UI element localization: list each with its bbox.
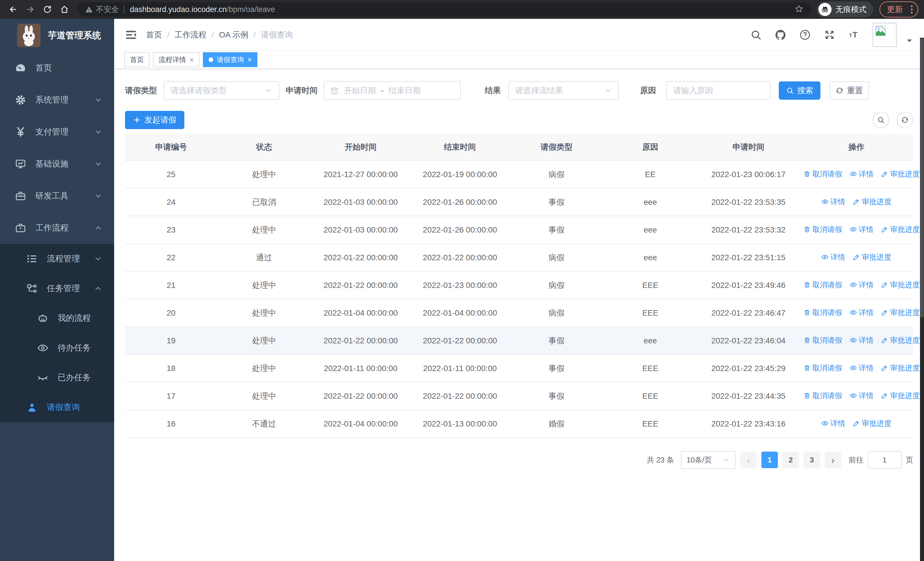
app-logo[interactable]: 芋道管理系统 [0,19,114,52]
page-button-3[interactable]: 3 [804,451,820,468]
detail-action-link[interactable]: 详情 [821,252,845,262]
tab-流程详情[interactable]: 流程详情× [153,52,200,67]
goto-page-input[interactable] [867,451,902,469]
sidebar-item-系统管理[interactable]: 系统管理 [0,84,114,116]
progress-action-link[interactable]: 审批进度 [881,363,920,373]
sidebar-item-已办任务[interactable]: 已办任务 [0,363,114,393]
leave-type-select[interactable]: 请选择请假类型 [164,81,279,100]
user-avatar[interactable] [873,23,897,47]
sidebar-item-请假查询[interactable]: 请假查询 [0,393,114,422]
avatar-dropdown-caret-icon[interactable] [905,36,914,45]
not-secure-label[interactable]: 不安全 [96,4,119,15]
tab-label: 首页 [130,55,144,64]
cancel-action-link[interactable]: 取消请假 [803,363,842,373]
progress-action-link[interactable]: 审批进度 [853,197,891,207]
prev-page-button[interactable]: ‹ [740,451,757,468]
github-button[interactable] [774,29,786,41]
apply-time-range-picker[interactable]: 开始日期 - 结束日期 [324,81,461,100]
toggle-search-button[interactable] [873,112,889,128]
progress-action-link[interactable]: 审批进度 [881,224,920,235]
sidebar-item-流程管理[interactable]: 流程管理 [0,244,114,274]
sidebar-item-工作流程[interactable]: 工作流程 [0,212,114,244]
progress-action-link[interactable]: 审批进度 [881,169,920,179]
sidebar-item-支付管理[interactable]: 支付管理 [0,116,114,148]
browser-reload-button[interactable] [40,2,55,17]
tab-首页[interactable]: 首页 [124,52,150,67]
sidebar-item-任务管理[interactable]: 任务管理 [0,274,114,303]
robot-icon [37,313,48,324]
scrollbar-thumb[interactable] [920,38,924,317]
next-page-button[interactable]: › [825,451,841,468]
cell-apply: 2022-01-22 23:46:47 [697,299,800,327]
browser-back-button[interactable] [6,2,21,17]
breadcrumb-item[interactable]: 工作流程 [175,29,207,40]
breadcrumb-item[interactable]: OA 示例 [219,29,249,40]
sidebar-item-研发工具[interactable]: 研发工具 [0,180,114,212]
page-size-select[interactable]: 10条/页 [681,451,736,469]
close-icon[interactable]: × [248,56,252,63]
font-size-button[interactable]: TT [848,29,860,41]
detail-action-link[interactable]: 详情 [821,197,845,207]
cancel-action-link[interactable]: 取消请假 [803,335,842,345]
close-icon[interactable]: × [189,56,194,63]
reset-button[interactable]: 重置 [830,81,869,100]
chevron-down-icon [604,87,612,95]
update-label[interactable]: 更新 [887,4,903,15]
progress-action-link[interactable]: 审批进度 [881,391,920,401]
gear-icon [15,94,26,106]
progress-action-link[interactable]: 审批进度 [881,280,920,290]
browser-update-button[interactable]: 更新 [879,2,918,17]
address-bar[interactable]: 不安全 dashboard.yudao.iocoder.cn /bpm/oa/l… [78,2,811,17]
detail-action-link[interactable]: 详情 [849,391,873,401]
progress-action-link[interactable]: 审批进度 [853,252,891,262]
progress-action-link[interactable]: 审批进度 [881,335,920,345]
detail-action-link[interactable]: 详情 [849,280,873,290]
progress-action-link[interactable]: 审批进度 [853,418,891,429]
action-label: 取消请假 [812,169,842,179]
action-label: 审批进度 [890,224,920,235]
cell-actions: 取消请假详情审批进度 [800,327,913,355]
page-scrollbar[interactable] [920,38,924,561]
search-icon [877,116,885,124]
progress-action-link[interactable]: 审批进度 [881,308,920,317]
sidebar-item-待办任务[interactable]: 待办任务 [0,333,114,363]
cancel-action-link[interactable]: 取消请假 [803,280,842,290]
refresh-table-button[interactable] [897,112,913,128]
search-button[interactable]: 搜索 [779,81,820,100]
detail-action-link[interactable]: 详情 [849,335,873,345]
browser-home-button[interactable] [57,2,72,17]
sidebar-item-首页[interactable]: 首页 [0,52,114,84]
result-select[interactable]: 请选择流结果 [508,81,619,100]
page-button-2[interactable]: 2 [783,451,799,468]
collapse-sidebar-button[interactable] [124,28,138,41]
sidebar-item-我的流程[interactable]: 我的流程 [0,303,114,333]
chevron-down-icon [94,127,103,137]
cancel-action-link[interactable]: 取消请假 [803,169,842,179]
detail-action-link[interactable]: 详情 [849,308,873,317]
header-search-button[interactable] [750,29,762,41]
refresh-icon [836,87,843,95]
detail-action-link[interactable]: 详情 [849,363,873,373]
page-button-1[interactable]: 1 [761,451,778,468]
detail-action-link[interactable]: 详情 [849,224,873,235]
bookmark-star-icon[interactable] [795,4,804,15]
sidebar-item-label: 我的流程 [58,313,91,324]
help-button[interactable] [799,29,811,41]
tab-label: 流程详情 [159,55,186,64]
chevron-down-icon [94,254,103,263]
browser-forward-button[interactable] [23,2,38,17]
cell-type: 病假 [510,271,603,299]
breadcrumb-item[interactable]: 首页 [146,29,162,40]
tab-请假查询[interactable]: 请假查询× [203,52,257,67]
sidebar-item-基础设施[interactable]: 基础设施 [0,148,114,180]
reason-input[interactable]: 请输入原因 [666,81,771,100]
cell-status: 处理中 [217,299,311,327]
cancel-action-link[interactable]: 取消请假 [803,308,842,317]
cancel-action-link[interactable]: 取消请假 [803,224,842,235]
detail-action-link[interactable]: 详情 [849,169,873,179]
create-leave-button[interactable]: 发起请假 [125,111,184,129]
detail-action-link[interactable]: 详情 [821,418,845,429]
cancel-action-link[interactable]: 取消请假 [803,391,842,401]
browser-menu-icon[interactable] [909,5,915,14]
fullscreen-button[interactable] [824,29,836,41]
